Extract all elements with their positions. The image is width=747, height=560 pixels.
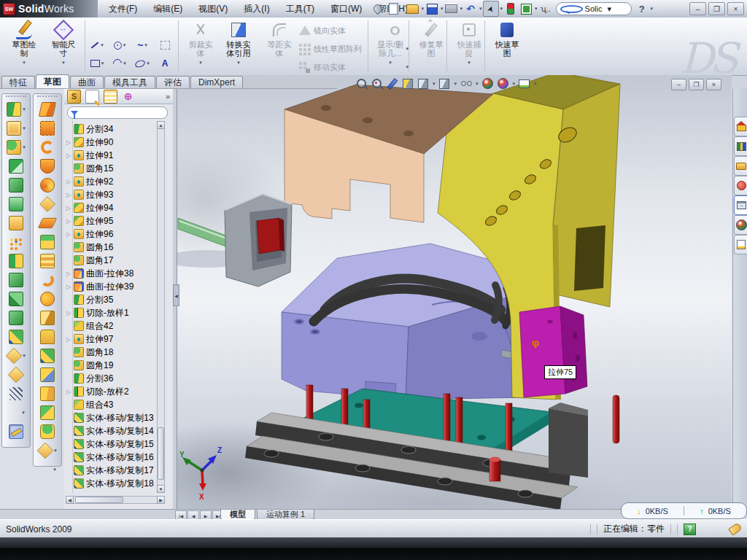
undo-dropdown[interactable]: ▾ — [479, 6, 482, 12]
menu-插入(I)[interactable]: 插入(I) — [236, 1, 277, 17]
circle-tool[interactable]: ▾ — [109, 36, 131, 54]
left-tool-button[interactable] — [34, 195, 61, 214]
new-document-dropdown[interactable]: ▾ — [402, 6, 405, 12]
panel-collapse-arrow[interactable]: ◀ — [173, 284, 179, 306]
rectangle-tool[interactable]: ▾ — [86, 55, 108, 72]
sketch-dropdown[interactable]: ▾ — [23, 58, 26, 67]
spline-dropdown[interactable]: ▾ — [144, 42, 147, 48]
expand-arrow[interactable]: ▷ — [66, 192, 71, 198]
scroll-left-button[interactable]: ◀ — [66, 496, 74, 504]
hide-show-items-button[interactable] — [460, 77, 472, 90]
left-tool-button[interactable] — [34, 308, 61, 327]
custom-properties-tab[interactable] — [734, 235, 747, 254]
left-tool-button[interactable]: ▾ — [2, 403, 30, 422]
tree-item[interactable]: ▷切除-放样1 — [64, 306, 165, 319]
line-dropdown[interactable]: ▾ — [101, 42, 104, 48]
left-tool-button[interactable] — [2, 157, 30, 176]
tree-item[interactable]: 组合43 — [64, 398, 165, 411]
tree-item[interactable]: ▷曲面-拉伸38 — [64, 267, 165, 280]
propertymanager-tab[interactable] — [85, 90, 99, 104]
open-button[interactable] — [406, 1, 420, 16]
expand-arrow[interactable]: ▷ — [66, 336, 71, 343]
left-tool-button[interactable] — [2, 176, 30, 195]
tree-item[interactable]: ▷拉伸93 — [64, 188, 165, 201]
magenta-front-face[interactable] — [519, 306, 565, 397]
left-tool-button[interactable] — [34, 327, 61, 346]
tree-item[interactable]: 组合42 — [64, 319, 165, 332]
tree-item[interactable]: 圆角18 — [64, 346, 165, 359]
open-dropdown[interactable]: ▾ — [422, 6, 425, 12]
appearances-scenes-tab[interactable] — [734, 215, 747, 235]
tree-item[interactable]: 实体-移动/复制17 — [64, 464, 165, 477]
file-explorer-tab[interactable] — [734, 156, 747, 176]
view-settings-button[interactable] — [518, 77, 530, 90]
view-palette-tab[interactable] — [734, 195, 747, 215]
quick-snaps-dropdown[interactable]: ▾ — [468, 58, 471, 67]
solidworks-resources-tab[interactable] — [734, 117, 747, 136]
tree-item[interactable]: 圆角19 — [64, 359, 165, 372]
apply-scene-button[interactable] — [497, 77, 509, 90]
scroll-up-button[interactable]: ▲ — [157, 121, 165, 129]
tool-dropdown[interactable]: ▾ — [23, 353, 26, 359]
display-style-button[interactable] — [438, 77, 451, 90]
convert-entities-button[interactable]: 转换实体引用▾ — [219, 19, 258, 74]
tree-item[interactable]: ▷拉伸95 — [64, 214, 165, 228]
smart-dimension-button[interactable]: 智能尺寸▾ — [44, 19, 83, 74]
tree-item[interactable]: 分割36 — [64, 372, 165, 385]
help-dropdown[interactable]: ▾ — [651, 6, 654, 12]
tree-item[interactable]: 圆角17 — [64, 254, 165, 267]
new-document-button[interactable] — [386, 1, 400, 16]
tree-item[interactable]: 实体-移动/复制16 — [64, 451, 165, 464]
tool-dropdown[interactable]: ▾ — [23, 125, 26, 131]
left-tool-button[interactable] — [34, 233, 61, 252]
tree-item[interactable]: ▷拉伸90 — [64, 136, 165, 149]
tab-模具工具[interactable]: 模具工具 — [104, 76, 155, 88]
doc-restore-button[interactable]: ❐ — [689, 79, 704, 90]
left-tool-button[interactable]: ▾ — [2, 100, 30, 119]
left-tool-button[interactable] — [2, 327, 30, 346]
tree-filter-box[interactable] — [67, 106, 168, 119]
smart-dimension-dropdown[interactable]: ▾ — [62, 58, 65, 67]
part-purple-mold-body[interactable] — [282, 244, 530, 400]
left-tool-button[interactable]: ▾ — [2, 346, 30, 365]
left-tool-button[interactable] — [34, 252, 61, 271]
zoom-to-area-button[interactable] — [371, 77, 383, 90]
graphics-viewport[interactable]: φ — [177, 75, 732, 509]
tree-item[interactable]: 实体-移动/复制13 — [64, 411, 165, 424]
expand-arrow[interactable]: ▷ — [66, 310, 71, 316]
left-tool-button[interactable]: ▾ — [2, 138, 30, 157]
left-tool-button[interactable] — [2, 289, 30, 308]
hide-show-items-dropdown[interactable]: ▾ — [476, 81, 479, 87]
expand-arrow[interactable]: ▷ — [66, 139, 71, 146]
toolbar-drag-handle[interactable] — [37, 96, 58, 99]
tree-item[interactable]: 圆角16 — [64, 241, 165, 254]
apply-scene-dropdown[interactable]: ▾ — [513, 81, 516, 87]
tool-dropdown[interactable]: ▾ — [54, 448, 57, 454]
appearances-button[interactable] — [481, 77, 494, 90]
left-tool-button[interactable]: ▾ — [2, 119, 30, 138]
stop-cylinder[interactable] — [489, 459, 500, 481]
design-checker-dropdown[interactable]: ▾ — [535, 6, 538, 12]
doc-tab-模型[interactable]: 模型 — [220, 510, 255, 520]
search-dropdown[interactable]: ▾ — [608, 4, 627, 14]
left-tool-button[interactable] — [2, 365, 30, 384]
tree-item[interactable]: ▷拉伸94 — [64, 201, 165, 214]
tree-item[interactable]: 分割34 — [64, 122, 165, 136]
tab-评估[interactable]: 评估 — [156, 76, 190, 88]
menu-窗口(W)[interactable]: 窗口(W) — [322, 1, 370, 17]
left-tool-button[interactable] — [2, 384, 30, 403]
pin[interactable] — [613, 395, 619, 443]
tree-item[interactable]: 实体-移动/复制18 — [64, 477, 165, 490]
expand-arrow[interactable]: ▷ — [66, 152, 71, 159]
tree-item[interactable]: ▷拉伸91 — [64, 149, 165, 162]
pin-button[interactable] — [371, 1, 385, 16]
left-tool-button[interactable] — [34, 176, 61, 195]
tab-DimXpert[interactable]: DimXpert — [190, 76, 243, 88]
left-tool-button[interactable] — [2, 252, 30, 271]
arc-tool[interactable]: ▾ — [109, 55, 131, 72]
doc-minimize-button[interactable]: – — [671, 79, 686, 90]
left-tool-button[interactable]: ▾ — [34, 460, 61, 479]
doc-close-button[interactable]: × — [706, 79, 721, 90]
left-tool-button[interactable] — [34, 119, 61, 138]
expand-arrow[interactable]: ▷ — [66, 284, 71, 290]
